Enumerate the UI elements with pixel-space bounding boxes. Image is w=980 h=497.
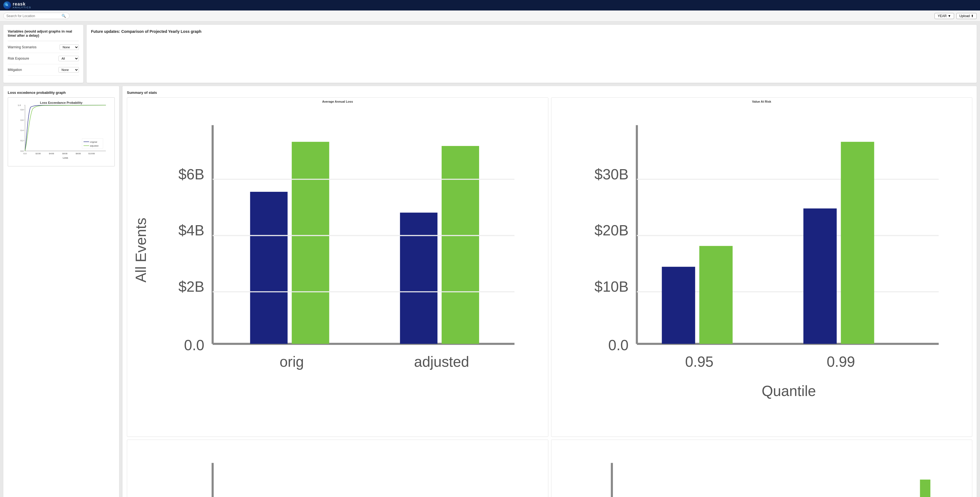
charts-grid: Average Annual Loss 0.0 $2B $4B $6B All … [127,97,972,497]
svg-text:0.0: 0.0 [184,337,204,353]
loss-exceedance-chart: Loss Exceedance Probability 0.0 0.2 0.4 … [10,99,113,163]
svg-rect-58 [699,246,733,344]
variables-title: Variables (would adjust graphs in real t… [8,29,79,38]
loss-panel: Loss excedence probability graph Loss Ex… [3,86,119,497]
svg-text:$60B: $60B [62,152,68,155]
toolbar: 🔍 YEAR ▼ Upload ⬆ [0,11,980,22]
svg-rect-40 [400,212,438,344]
svg-rect-41 [442,146,479,344]
upload-icon: ⬆ [971,14,974,18]
warming-scenarios-label: Warming Scenarios [8,45,37,49]
svg-text:orig: orig [280,354,304,370]
risk-exposure-label: Risk Exposure [8,57,29,61]
year-button[interactable]: YEAR ▼ [934,13,954,19]
loss-title: Loss excedence probability graph [8,91,115,95]
svg-text:original: original [90,141,97,143]
toolbar-right: YEAR ▼ Upload ⬆ [934,13,977,19]
svg-text:$80B: $80B [76,152,81,155]
risk-exposure-row: Risk Exposure All Low Medium High [8,56,79,61]
logo-text: reask [13,2,31,6]
svg-text:$30B: $30B [594,166,628,182]
svg-text:Loss: Loss [63,156,68,159]
value-at-risk-chart: Value At Risk 0.0 $10B $20B $30B Quantil… [551,97,972,437]
svg-text:0.6: 0.6 [21,119,24,121]
svg-text:0.0: 0.0 [24,152,27,155]
svg-rect-114 [920,479,930,497]
svg-text:$100B: $100B [88,152,95,155]
risk-divider [8,64,79,64]
upload-button[interactable]: Upload ⬆ [956,13,977,19]
future-panel: Future updates: Comparison of Projected … [87,25,977,83]
svg-rect-39 [292,142,329,344]
search-icon[interactable]: 🔍 [62,14,66,18]
svg-text:0.4: 0.4 [21,129,24,132]
bottom-row: Loss excedence probability graph Loss Ex… [3,86,977,497]
avg-annual-loss-chart: Average Annual Loss 0.0 $2B $4B $6B All … [127,97,548,437]
by-category-chart: By Category 0.0 $1B $2B Category [127,440,548,497]
svg-text:$10B: $10B [594,279,628,295]
svg-text:$20B: $20B [594,222,628,239]
mitigation-select[interactable]: None Low Medium High [59,67,79,73]
warming-scenarios-row: Warming Scenarios None 1.5°C 2°C 3°C 4°C [8,45,79,50]
mitigation-label: Mitigation [8,68,22,72]
svg-rect-61 [841,142,874,344]
svg-text:$40B: $40B [49,152,54,155]
top-row: Variables (would adjust graphs in real t… [3,25,977,83]
logo-icon [3,2,11,9]
avg-annual-loss-title: Average Annual Loss [129,100,546,103]
svg-text:0.0: 0.0 [608,337,628,353]
main-content: Variables (would adjust graphs in real t… [0,22,980,497]
by-category-quantile-chart: 0.0 $10B $20B Category, Quantile (1,0.95… [551,440,972,497]
future-title: Future updates: Comparison of Projected … [91,29,972,33]
svg-text:0.2: 0.2 [21,139,24,142]
loss-chart-container: Loss Exceedance Probability 0.0 0.2 0.4 … [8,97,115,166]
mitigation-divider [8,75,79,76]
svg-point-3 [6,5,8,6]
summary-title: Summary of stats [127,91,972,95]
svg-text:$6B: $6B [178,166,204,182]
svg-rect-38 [250,192,288,344]
svg-text:adjusted: adjusted [90,145,99,147]
svg-text:adjusted: adjusted [414,354,469,370]
value-at-risk-svg: 0.0 $10B $20B $30B Quantile 0.95 [554,104,970,417]
risk-exposure-select[interactable]: All Low Medium High [59,56,79,61]
logo-sub: ANALYTICS [13,6,31,9]
svg-text:1.0: 1.0 [18,104,21,107]
svg-text:$2B: $2B [178,279,204,295]
search-box[interactable]: 🔍 [3,13,70,19]
mitigation-row: Mitigation None Low Medium High [8,67,79,73]
variables-panel: Variables (would adjust graphs in real t… [3,25,83,83]
svg-text:Quantile: Quantile [762,383,816,399]
svg-rect-60 [803,208,837,344]
svg-text:0.8: 0.8 [21,108,24,111]
svg-text:All Events: All Events [133,218,149,283]
search-input[interactable] [6,14,62,18]
variables-divider [8,41,79,41]
header: reask ANALYTICS [0,0,980,11]
svg-rect-57 [662,267,695,344]
by-category-quantile-svg: 0.0 $10B $20B Category, Quantile (1,0.95… [554,442,970,497]
svg-text:$20B: $20B [36,152,41,155]
svg-text:$4B: $4B [178,222,204,239]
logo-area: reask ANALYTICS [3,2,31,9]
summary-panel: Summary of stats Average Annual Loss 0.0… [123,86,977,497]
chevron-down-icon: ▼ [948,14,951,18]
svg-text:0.0: 0.0 [21,150,24,152]
by-category-svg: By Category 0.0 $1B $2B Category [129,442,546,497]
avg-annual-loss-svg: 0.0 $2B $4B $6B All Events [129,104,546,417]
svg-text:Loss Exceedance Probability: Loss Exceedance Probability [40,101,83,104]
warming-scenarios-select[interactable]: None 1.5°C 2°C 3°C 4°C [60,45,79,50]
value-at-risk-title: Value At Risk [554,100,970,103]
svg-text:0.99: 0.99 [827,354,855,370]
svg-text:0.95: 0.95 [685,354,713,370]
